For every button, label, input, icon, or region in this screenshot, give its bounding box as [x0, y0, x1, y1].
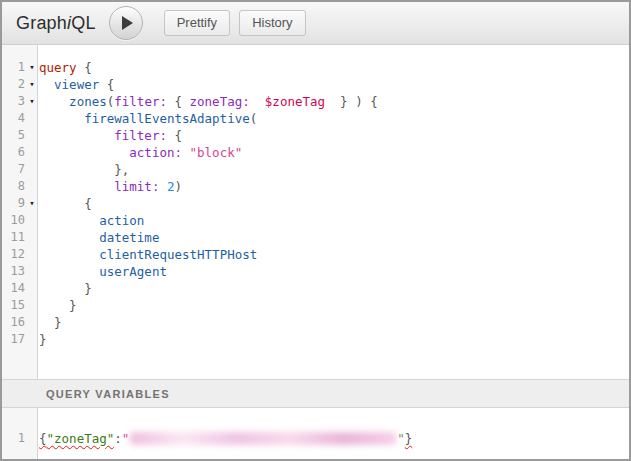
line-number: 7	[2, 161, 25, 178]
code-line[interactable]: 2▾ viewer {	[2, 76, 629, 93]
fold-arrow-icon[interactable]: ▾	[25, 93, 39, 110]
line-number: 16	[2, 314, 25, 331]
token-plain	[39, 128, 114, 143]
code-line[interactable]: 3▾ zones(filter: { zoneTag: $zoneTag } )…	[2, 93, 629, 110]
query-editor[interactable]: 1▾query {2▾ viewer {3▾ zones(filter: { z…	[2, 45, 629, 379]
line-number: 5	[2, 127, 25, 144]
token-attr: filter:	[114, 128, 167, 143]
code-text: filter: {	[39, 127, 182, 144]
line-number: 10	[2, 212, 25, 229]
token-plain	[39, 315, 54, 330]
query-editor-lines: 1▾query {2▾ viewer {3▾ zones(filter: { z…	[2, 45, 629, 348]
fold-gutter-spacer	[25, 331, 39, 348]
token-plain	[182, 145, 190, 160]
code-text: {"zoneTag":""}	[39, 430, 412, 447]
fold-gutter-spacer	[25, 144, 39, 161]
token-punc: } ) {	[340, 94, 378, 109]
redacted-value-blur	[130, 432, 396, 445]
token-plain	[325, 94, 340, 109]
code-text: }	[39, 297, 77, 314]
code-line[interactable]: 12 clientRequestHTTPHost	[2, 246, 629, 263]
token-punc: }	[39, 332, 47, 347]
code-line[interactable]: 8 limit: 2)	[2, 178, 629, 195]
code-line[interactable]: 5 filter: {	[2, 127, 629, 144]
token-attr: zoneTag:	[190, 94, 250, 109]
code-text: userAgent	[39, 263, 167, 280]
code-text: action: "block"	[39, 144, 242, 161]
token-jprop: "zoneTag"	[47, 431, 115, 446]
code-text: clientRequestHTTPHost	[39, 246, 257, 263]
fold-gutter-spacer	[25, 161, 39, 178]
token-punc: },	[114, 162, 129, 177]
fold-arrow-icon[interactable]: ▾	[25, 76, 39, 93]
line-number: 8	[2, 178, 25, 195]
token-punc: }	[84, 281, 92, 296]
token-plain	[39, 230, 99, 245]
token-plain	[39, 298, 69, 313]
history-button[interactable]: History	[239, 10, 305, 36]
token-plain	[39, 196, 84, 211]
line-number: 13	[2, 263, 25, 280]
fold-gutter-spacer	[25, 110, 39, 127]
logo-text-post: QL	[71, 13, 95, 33]
line-number: 14	[2, 280, 25, 297]
code-text: action	[39, 212, 144, 229]
code-text: }	[39, 331, 47, 348]
token-var: $zoneTag	[265, 94, 325, 109]
fold-gutter-spacer	[25, 229, 39, 246]
code-line[interactable]: 9▾ {	[2, 195, 629, 212]
code-text: limit: 2)	[39, 178, 182, 195]
toolbar: GraphiQL Prettify History	[2, 2, 629, 45]
token-plain	[39, 281, 84, 296]
line-number: 9	[2, 195, 25, 212]
line-number: 17	[2, 331, 25, 348]
code-line[interactable]: 11 datetime	[2, 229, 629, 246]
logo-text-pre: Graph	[16, 13, 67, 33]
token-punc: }	[405, 431, 413, 446]
code-line[interactable]: 13 userAgent	[2, 263, 629, 280]
token-prop: firewallEventsAdaptive	[84, 111, 250, 126]
fold-gutter-spacer	[25, 297, 39, 314]
code-text: {	[39, 195, 92, 212]
graphiql-logo: GraphiQL	[16, 13, 96, 34]
code-line[interactable]: 1▾query {	[2, 59, 629, 76]
fold-gutter-spacer	[25, 280, 39, 297]
execute-query-button[interactable]	[109, 6, 143, 40]
token-str: "block"	[190, 145, 243, 160]
code-line[interactable]: 4 firewallEventsAdaptive(	[2, 110, 629, 127]
token-plain	[250, 94, 265, 109]
fold-arrow-icon[interactable]: ▾	[25, 59, 39, 76]
token-plain	[39, 162, 114, 177]
code-line[interactable]: 14 }	[2, 280, 629, 297]
code-line[interactable]: 16 }	[2, 314, 629, 331]
token-punc: )	[174, 179, 182, 194]
token-kw: query	[39, 60, 77, 75]
code-text: }	[39, 314, 62, 331]
token-plain	[39, 264, 99, 279]
token-attr: action:	[129, 145, 182, 160]
query-variables-title-bar[interactable]: QUERY VARIABLES	[2, 379, 629, 408]
line-number: 15	[2, 297, 25, 314]
fold-gutter-spacer	[25, 430, 39, 447]
fold-arrow-icon[interactable]: ▾	[25, 195, 39, 212]
code-text: datetime	[39, 229, 159, 246]
token-plain	[39, 247, 99, 262]
query-variables-title: QUERY VARIABLES	[46, 388, 170, 400]
code-line[interactable]: 17}	[2, 331, 629, 348]
fold-gutter-spacer	[25, 212, 39, 229]
token-prop: datetime	[99, 230, 159, 245]
code-line[interactable]: 6 action: "block"	[2, 144, 629, 161]
variables-editor[interactable]: 1{"zoneTag":""}	[2, 408, 629, 459]
code-line[interactable]: 10 action	[2, 212, 629, 229]
code-text: zones(filter: { zoneTag: $zoneTag } ) {	[39, 93, 378, 110]
line-number: 1	[2, 59, 25, 76]
token-str: "	[122, 431, 130, 446]
play-icon	[122, 16, 133, 30]
code-line[interactable]: 7 },	[2, 161, 629, 178]
token-punc: {	[167, 128, 182, 143]
token-plain	[159, 179, 167, 194]
prettify-button[interactable]: Prettify	[164, 10, 230, 36]
fold-gutter-spacer	[25, 314, 39, 331]
code-line[interactable]: 1{"zoneTag":""}	[2, 430, 629, 447]
code-line[interactable]: 15 }	[2, 297, 629, 314]
